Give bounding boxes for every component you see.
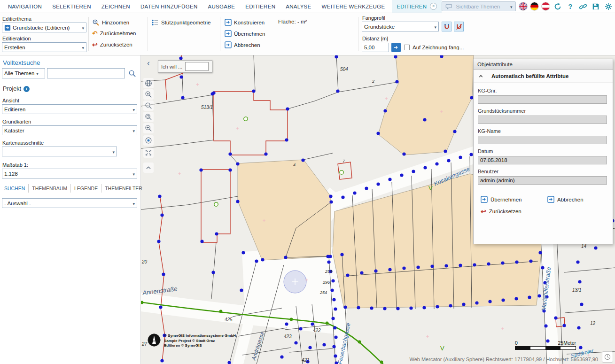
arrow-right-icon (393, 45, 399, 50)
tab-themenfilter[interactable]: THEMENFILTER (101, 184, 146, 193)
kartenausschnitte-dropdown[interactable] (2, 147, 117, 156)
editierthema-value: Grundstücke (Editieren) (13, 25, 80, 31)
panel-title: Objektattribute (474, 59, 613, 70)
menu-item-zeichnen[interactable]: ZEICHNEN (96, 4, 135, 9)
center-map-icon[interactable] (143, 135, 154, 146)
hinzoomen-button[interactable]: Hinzoomen (92, 19, 129, 26)
fullscreen-icon[interactable] (143, 147, 154, 158)
close-tab-icon[interactable] (430, 3, 437, 10)
active-tab-label: EDITIEREN (397, 4, 427, 9)
tab-suchen[interactable]: SUCHEN (1, 184, 29, 193)
chevron-down-icon (132, 107, 135, 112)
sichtbare-themen-dropdown[interactable]: Sichtbare Themen (442, 1, 516, 11)
save-icon[interactable] (591, 2, 600, 11)
snap-clear-button[interactable] (454, 22, 464, 31)
ich-will-input[interactable] (185, 62, 209, 71)
editieraktion-dropdown[interactable]: Erstellen (2, 42, 86, 52)
editierthema-label: Editierthema (2, 16, 31, 22)
menu-item-analyse[interactable]: ANALYSE (280, 4, 316, 9)
stuetzpunktgeometrie-button[interactable]: Stützpunktgeometrie (151, 19, 210, 26)
abbrechen-button[interactable]: Abbrechen (225, 41, 260, 48)
auswahl-dropdown[interactable]: - Auswahl - (2, 198, 137, 208)
editieraktion-value: Erstellen (4, 45, 80, 50)
editierthema-dropdown[interactable]: Grundstücke (Editieren) (2, 23, 86, 32)
globe-icon[interactable] (143, 78, 154, 88)
massstab-dropdown[interactable]: 1.128 (2, 169, 137, 178)
volltextsuche-input[interactable] (47, 68, 125, 78)
zurucknehmen-button[interactable]: ↶ Zurücknehmen (92, 30, 136, 37)
refresh-icon[interactable] (553, 2, 562, 11)
section-collapse-icon[interactable] (478, 73, 484, 79)
map-attribution: © SynerGIS Informationssysteme GmbH Samp… (148, 333, 236, 349)
ansicht-dropdown[interactable]: Editieren (2, 104, 137, 114)
zoom-out-icon[interactable] (143, 101, 154, 111)
help-icon[interactable]: ? (566, 2, 575, 11)
volltextsuche-link[interactable]: Volltextsuche (3, 59, 40, 66)
menu-item-weitere-werkzeuge[interactable]: WEITERE WERKZEUGE (317, 4, 390, 9)
menu-item-selektieren[interactable]: SELEKTIEREN (47, 4, 96, 9)
link-icon[interactable] (578, 2, 588, 11)
ansicht-label: Ansicht (2, 98, 19, 103)
zurucksetzen-button[interactable]: ↩ Zurücksetzen (92, 41, 132, 48)
fangprofil-dropdown[interactable]: Grundstücke (362, 22, 439, 31)
fang-checkbox-label: Auf Zeichnung fang... (413, 45, 464, 50)
panel-abbrechen-button[interactable]: Abbrechen (547, 196, 584, 203)
toolbar-collapse-icon[interactable] (143, 163, 154, 173)
massstab-label: Maßstab 1: (2, 162, 28, 168)
speech-bubble-icon (445, 3, 453, 10)
panel-uebernehmen-button[interactable]: Übernehmen (481, 196, 522, 203)
magnet-off-icon (455, 23, 463, 31)
uebernehmen-button[interactable]: Übernehmen (225, 30, 265, 37)
sidebar: Volltextsuche Alle Themen Projekt i Ansi… (0, 55, 141, 364)
massstab-value: 1.128 (4, 171, 131, 177)
map-label: 254 (319, 290, 327, 295)
menu-item-editieren[interactable]: EDITIEREN (240, 4, 280, 9)
fangprofil-value: Grundstücke (364, 24, 432, 30)
tab-legende[interactable]: LEGENDE (71, 184, 101, 193)
zoom-window-icon[interactable] (143, 112, 154, 122)
attribution-line: Sample Project © Stadt Graz (164, 339, 236, 344)
info-icon[interactable]: i (23, 86, 30, 92)
ich-will-label: Ich will ... (161, 64, 182, 70)
menu-item-navigation[interactable]: NAVIGATION (3, 4, 47, 9)
fang-checkbox[interactable] (404, 45, 410, 50)
distanz-apply-button[interactable] (391, 43, 401, 52)
menu-item-daten-hinzufuegen[interactable]: DATEN HINZUFÜGEN (135, 4, 203, 9)
chevron-down-icon (36, 70, 39, 76)
flag-de-icon[interactable] (530, 2, 538, 10)
chevron-down-icon (82, 25, 84, 31)
themen-filter-dropdown[interactable]: Alle Themen (2, 68, 45, 78)
map-cursor-circle[interactable] (284, 271, 306, 293)
zoom-in-icon[interactable] (143, 89, 154, 100)
sidebar-tabs: SUCHEN THEMENBAUM LEGENDE THEMENFILTER (1, 184, 146, 193)
menu-item-ausgabe[interactable]: AUSGABE (203, 4, 241, 9)
history-clock-button[interactable] (602, 351, 613, 363)
distanz-input[interactable] (362, 43, 389, 52)
synergis-logo (148, 333, 161, 347)
editieraktion-label: Editieraktion (2, 36, 31, 41)
tab-themenbaum[interactable]: THEMENBAUM (29, 184, 71, 193)
map-label: 422 (313, 328, 321, 333)
panel-abbrechen-label: Abbrechen (557, 197, 584, 202)
collapse-sidebar-icon[interactable]: ‹ (147, 58, 150, 68)
panel-zurucksetzen-label: Zurücksetzen (489, 209, 522, 214)
chevron-down-icon (112, 149, 115, 155)
map-label: 12 (590, 321, 596, 326)
ich-will-widget[interactable]: Ich will ... (158, 60, 212, 73)
panel-zurucksetzen-button[interactable]: ↩ Zurücksetzen (481, 208, 522, 215)
snap-settings-button[interactable] (442, 22, 452, 31)
chevron-down-icon (510, 4, 513, 9)
cancel-arrow-icon (225, 41, 232, 48)
undo-icon: ↶ (92, 30, 98, 37)
flag-at-icon[interactable] (542, 2, 550, 10)
distanz-label: Distanz [m] (362, 36, 388, 41)
konstruieren-button[interactable]: Konstruieren (225, 19, 265, 26)
search-icon[interactable] (127, 68, 137, 78)
reset-icon: ↩ (481, 208, 486, 215)
gear-icon[interactable] (604, 2, 613, 11)
stuetzpunktgeometrie-label: Stützpunktgeometrie (161, 20, 210, 25)
zoom-previous-icon[interactable] (143, 123, 154, 133)
grundkarten-dropdown[interactable]: Kataster (2, 125, 137, 135)
tab-editieren-active[interactable]: EDITIEREN (392, 0, 442, 13)
flag-uk-icon[interactable] (519, 2, 527, 10)
